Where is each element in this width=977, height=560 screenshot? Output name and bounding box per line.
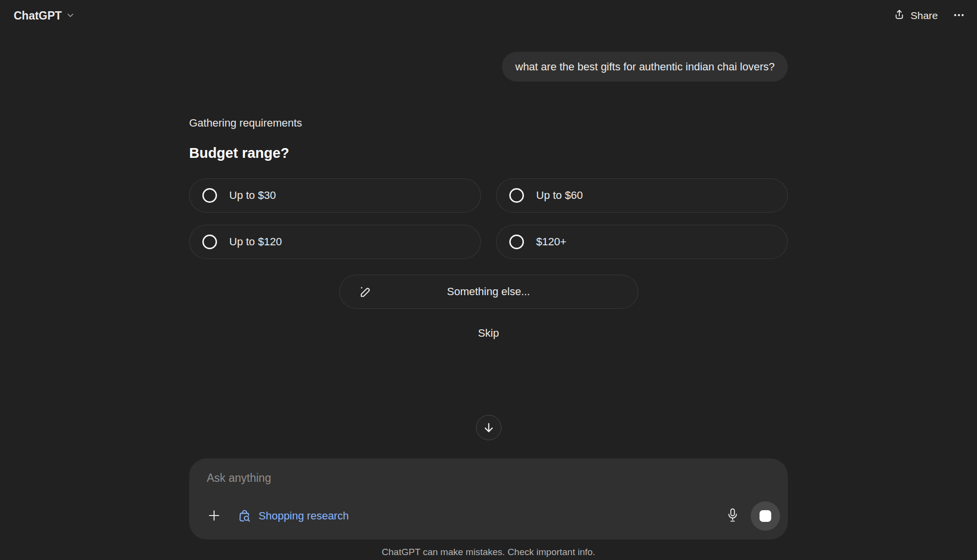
- shopping-research-label: Shopping research: [259, 510, 349, 522]
- option-up-to-120[interactable]: Up to $120: [189, 225, 481, 259]
- pencil-sparkle-icon: [358, 285, 372, 299]
- radio-icon: [202, 235, 217, 249]
- attach-button[interactable]: [207, 508, 221, 524]
- option-120-plus[interactable]: $120+: [496, 225, 788, 259]
- option-up-to-30[interactable]: Up to $30: [189, 178, 481, 213]
- radio-icon: [509, 235, 524, 249]
- option-up-to-60[interactable]: Up to $60: [496, 178, 788, 213]
- share-label: Share: [911, 10, 938, 22]
- shopping-research-chip[interactable]: Shopping research: [238, 509, 349, 523]
- microphone-icon: [726, 507, 739, 525]
- prompt-input[interactable]: [207, 470, 695, 492]
- composer-toolbar: Shopping research: [207, 500, 780, 532]
- user-message-row: what are the best gifts for authentic in…: [189, 52, 788, 82]
- chevron-down-icon: [65, 9, 75, 23]
- option-label: Up to $30: [229, 189, 276, 202]
- scroll-to-bottom-button[interactable]: [476, 415, 501, 440]
- radio-icon: [202, 188, 217, 203]
- budget-options-grid: Up to $30 Up to $60 Up to $120 $120+: [189, 178, 788, 259]
- something-else-button[interactable]: Something else...: [339, 275, 638, 309]
- chat-thread: what are the best gifts for authentic in…: [189, 0, 788, 558]
- share-button[interactable]: Share: [893, 8, 938, 23]
- share-icon: [893, 8, 905, 23]
- brand-title: ChatGPT: [14, 9, 62, 22]
- disclaimer-text: ChatGPT can make mistakes. Check importa…: [189, 546, 788, 558]
- user-message-text: what are the best gifts for authentic in…: [515, 61, 775, 73]
- skip-button[interactable]: Skip: [478, 326, 499, 340]
- stop-icon: [760, 510, 771, 522]
- model-switcher[interactable]: ChatGPT: [14, 9, 75, 23]
- more-options-button[interactable]: [953, 9, 965, 23]
- composer[interactable]: Shopping research: [189, 458, 788, 539]
- stop-button[interactable]: [751, 501, 780, 531]
- arrow-down-icon: [482, 421, 495, 434]
- option-label: $120+: [536, 236, 566, 248]
- bag-search-icon: [238, 509, 252, 523]
- user-message-bubble: what are the best gifts for authentic in…: [502, 52, 788, 82]
- header-actions: Share: [893, 8, 965, 23]
- option-label: Up to $60: [536, 189, 583, 202]
- option-label: Up to $120: [229, 236, 282, 248]
- top-bar: ChatGPT Share: [0, 0, 977, 31]
- question-title: Budget range?: [189, 144, 788, 162]
- plus-icon: [207, 508, 221, 524]
- ellipsis-icon: [953, 9, 965, 23]
- radio-icon: [509, 188, 524, 203]
- dictate-button[interactable]: [726, 507, 739, 525]
- assistant-status-text: Gathering requirements: [189, 116, 788, 130]
- something-else-label: Something else...: [340, 285, 638, 298]
